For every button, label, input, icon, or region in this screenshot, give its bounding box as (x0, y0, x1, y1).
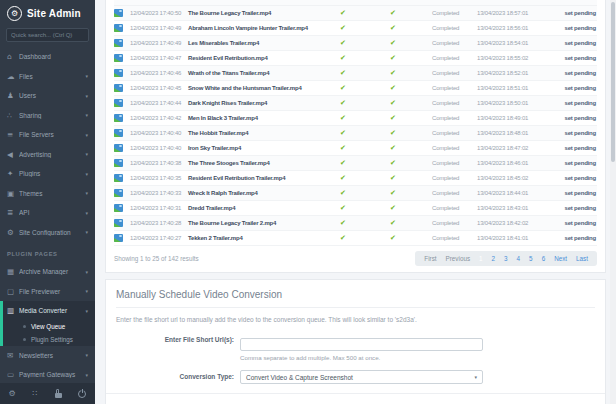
lock-icon[interactable] (55, 393, 62, 398)
sidebar-item-label: Themes (19, 190, 85, 197)
chevron-down-icon: ▾ (85, 93, 88, 99)
sidebar-bottom-bar: ⚙∷ (0, 383, 95, 404)
sidebar-item-payment-gateways[interactable]: ▭Payment Gateways▾ (0, 365, 95, 383)
queued-date: 12/04/2023 17:40:50 (130, 10, 188, 16)
sidebar-item-themes[interactable]: ▣Themes▾ (0, 184, 95, 204)
sidebar-item-advertising[interactable]: ◀Advertising▾ (0, 145, 95, 165)
queued-date: 12/04/2023 17:40:40 (130, 130, 188, 136)
set-pending-link[interactable]: set pending (543, 85, 597, 91)
sidebar-item-file-servers[interactable]: ≡File Servers▾ (0, 125, 95, 145)
power-icon[interactable] (78, 390, 86, 398)
table-row: 12/04/2023 17:40:35Resident Evil Retribu… (114, 171, 597, 186)
file-name: Tekken 2 Trailer.mp4 (188, 235, 318, 241)
file-icon-cell (114, 204, 130, 212)
table-footer: Showing 1 to 25 of 142 results FirstPrev… (114, 251, 597, 266)
set-pending-link[interactable]: set pending (543, 145, 597, 151)
sidebar: ⚙ Site Admin ⌂Dashboard☁Files▾♟Users▾∴Sh… (0, 0, 95, 404)
users-icon: ♟ (7, 91, 19, 100)
set-pending-link[interactable]: set pending (543, 10, 597, 16)
set-pending-link[interactable]: set pending (543, 70, 597, 76)
app-logo[interactable]: ⚙ Site Admin (0, 0, 95, 25)
sidebar-item-users[interactable]: ♟Users▾ (0, 86, 95, 106)
sidebar-search (6, 28, 89, 42)
pagination-next[interactable]: Next (554, 255, 567, 262)
pagination-5[interactable]: 5 (529, 255, 533, 262)
set-pending-link[interactable]: set pending (543, 190, 597, 196)
short-url-help-text: Comma separate to add multiple. Max 500 … (240, 354, 595, 361)
check-icon: ✔ (368, 204, 418, 212)
sidebar-item-sharing[interactable]: ∴Sharing▾ (0, 106, 95, 126)
check-icon: ✔ (318, 39, 368, 47)
check-icon: ✔ (318, 84, 368, 92)
file-icon-cell (114, 159, 130, 167)
set-pending-link[interactable]: set pending (543, 25, 597, 31)
video-file-icon (114, 234, 123, 242)
short-url-input[interactable] (240, 338, 483, 351)
expand-icon[interactable]: ∷ (33, 389, 38, 398)
check-icon: ✔ (368, 174, 418, 182)
queued-date: 12/04/2023 17:40:40 (130, 145, 188, 151)
check-icon: ✔ (318, 174, 368, 182)
check-icon: ✔ (318, 69, 368, 77)
file-icon-cell (114, 234, 130, 242)
status-text: Completed (418, 145, 463, 151)
media-converter-icon: ▥ (7, 306, 19, 315)
video-file-icon (114, 159, 123, 167)
status-text: Completed (418, 85, 463, 91)
file-name: Abraham Lincoln Vampire Hunter Trailer.m… (188, 25, 318, 31)
video-file-icon (114, 24, 123, 32)
check-icon: ✔ (318, 189, 368, 197)
set-pending-link[interactable]: set pending (543, 175, 597, 181)
set-pending-link[interactable]: set pending (543, 40, 597, 46)
status-text: Completed (418, 160, 463, 166)
file-icon-cell (114, 99, 130, 107)
check-icon: ✔ (368, 24, 418, 32)
video-file-icon (114, 114, 123, 122)
media-sub-items: View QueuePlugin Settings (3, 321, 95, 346)
sidebar-subitem-view-queue[interactable]: View Queue (3, 321, 95, 334)
completed-date: 13/04/2023 18:44:01 (463, 190, 543, 196)
pagination-4[interactable]: 4 (517, 255, 521, 262)
sidebar-item-api[interactable]: ≣API▾ (0, 203, 95, 223)
completed-date: 13/04/2023 18:54:01 (463, 40, 543, 46)
sidebar-item-dashboard[interactable]: ⌂Dashboard (0, 47, 95, 67)
set-pending-link[interactable]: set pending (543, 130, 597, 136)
video-file-icon (114, 69, 123, 77)
set-pending-link[interactable]: set pending (543, 115, 597, 121)
sidebar-item-label: File Previewer (19, 288, 85, 295)
set-pending-link[interactable]: set pending (543, 205, 597, 211)
set-pending-link[interactable]: set pending (543, 55, 597, 61)
pagination-6[interactable]: 6 (542, 255, 546, 262)
search-input[interactable] (6, 28, 89, 42)
short-url-label: Enter File Short Url(s): (116, 333, 240, 351)
pagination-2[interactable]: 2 (492, 255, 496, 262)
completed-date: 13/04/2023 18:57:01 (463, 10, 543, 16)
sidebar-item-files[interactable]: ☁Files▾ (0, 67, 95, 87)
nav-top-group: ⌂Dashboard☁Files▾♟Users▾∴Sharing▾≡File S… (0, 47, 95, 242)
page-scrollbar-thumb[interactable] (611, 2, 615, 162)
conversion-type-select[interactable]: Convert Video & Capture Screenshot ▾ (240, 370, 483, 384)
sidebar-item-file-previewer[interactable]: ▢File Previewer▾ (0, 282, 95, 302)
file-icon: ▢ (7, 287, 19, 296)
form-divider (106, 393, 605, 394)
conversion-type-value: Convert Video & Capture Screenshot (246, 374, 353, 381)
set-pending-link[interactable]: set pending (543, 220, 597, 226)
chevron-down-icon: ▾ (85, 171, 88, 177)
table-row: 12/04/2023 17:40:47Resident Evil Retribu… (114, 51, 597, 66)
set-pending-link[interactable]: set pending (543, 235, 597, 241)
sidebar-subitem-plugin-settings[interactable]: Plugin Settings (3, 333, 95, 346)
pagination-1[interactable]: 1 (479, 255, 483, 262)
sidebar-item-plugins[interactable]: ✦Plugins▾ (0, 164, 95, 184)
sidebar-item-media-converter[interactable]: ▥Media Converter▾ (3, 301, 95, 321)
sidebar-item-newsletters[interactable]: ✉Newsletters▾ (0, 346, 95, 366)
set-pending-link[interactable]: set pending (543, 160, 597, 166)
completed-date: 13/04/2023 18:49:01 (463, 115, 543, 121)
pagination-last[interactable]: Last (576, 255, 588, 262)
sidebar-item-site-configuration[interactable]: ⚙Site Configuration▾ (0, 223, 95, 243)
set-pending-link[interactable]: set pending (543, 100, 597, 106)
table-row: 12/04/2023 17:40:40The Hobbit Trailer.mp… (114, 126, 597, 141)
check-icon: ✔ (318, 99, 368, 107)
sidebar-item-archive-manager[interactable]: ▦Archive Manager▾ (0, 262, 95, 282)
gear-icon[interactable]: ⚙ (8, 389, 15, 398)
pagination-3[interactable]: 3 (504, 255, 508, 262)
